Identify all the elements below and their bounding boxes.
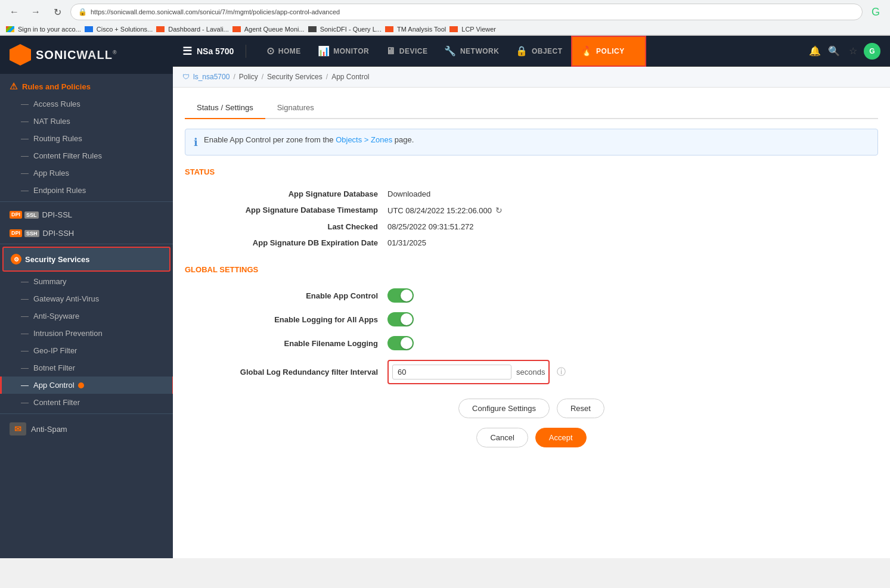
- sidebar-item-nat-rules[interactable]: — NAT Rules: [0, 113, 173, 130]
- info-suffix: page.: [395, 135, 414, 144]
- rules-policies-icon: ⚠: [10, 81, 17, 92]
- sidebar-item-anti-spyware[interactable]: — Anti-Spyware: [0, 307, 173, 325]
- profile-icon[interactable]: G: [867, 4, 884, 20]
- breadcrumb-device[interactable]: ls_nsa5700: [193, 73, 230, 81]
- ssl-badge: SSL: [24, 211, 39, 219]
- toggle-logging[interactable]: [387, 312, 414, 326]
- toggle-app-control[interactable]: [387, 288, 414, 303]
- sidebar-item-botnet-filter[interactable]: — Botnet Filter: [0, 359, 173, 377]
- security-services-icon: ⚙: [11, 254, 21, 265]
- app-control-badge: [78, 382, 84, 388]
- status-label-timestamp: App Signature Database Timestamp: [185, 206, 387, 215]
- anti-spam-icon: ✉: [10, 422, 26, 435]
- bookmark-dashboard[interactable]: Dashboard - Lavali...: [156, 26, 229, 33]
- sidebar-item-content-filter-rules[interactable]: — Content Filter Rules: [0, 147, 173, 164]
- status-table: App Signature Database Downloaded App Si…: [185, 186, 878, 251]
- sidebar-item-intrusion-prevention[interactable]: — Intrusion Prevention: [0, 325, 173, 342]
- bookmark-lcp[interactable]: LCP Viewer: [449, 26, 496, 33]
- tab-status-settings[interactable]: Status / Settings: [185, 97, 265, 119]
- info-message: Enable App Control per zone from the: [204, 135, 334, 144]
- dash-icon: —: [21, 117, 29, 126]
- sidebar-section-rules-policies[interactable]: ⚠ Rules and Policies: [0, 74, 173, 95]
- sidebar-item-geo-ip[interactable]: — Geo-IP Filter: [0, 342, 173, 359]
- sidebar-item-gateway-av[interactable]: — Gateway Anti-Virus: [0, 290, 173, 307]
- address-bar[interactable]: 🔒 https://sonicwall.demo.sonicwall.com/s…: [70, 4, 863, 20]
- app-control-label: App Control: [33, 381, 75, 390]
- logo-text: SONICWALL®: [36, 48, 117, 62]
- bookmark-ms[interactable]: Sign in to your acco...: [6, 26, 81, 33]
- content-filter-label: Content Filter: [33, 398, 80, 407]
- settings-row-interval: Global Log Redundancy filter Interval se…: [185, 355, 878, 389]
- toggle-knob-logging: [401, 313, 413, 325]
- status-label-last-checked: Last Checked: [185, 222, 387, 231]
- nav-monitor-label: MONITOR: [333, 47, 369, 55]
- tab-signatures[interactable]: Signatures: [265, 97, 326, 119]
- sidebar-item-access-rules[interactable]: — Access Rules: [0, 95, 173, 113]
- botnet-filter-label: Botnet Filter: [33, 363, 75, 372]
- interval-input[interactable]: [392, 365, 511, 379]
- dash-icon: —: [21, 169, 29, 178]
- sidebar-item-app-control[interactable]: — App Control: [0, 377, 173, 394]
- breadcrumb-app-control: App Control: [331, 73, 369, 81]
- dpi-ssl-label: DPI-SSL: [42, 210, 73, 219]
- refresh-icon[interactable]: ↻: [495, 206, 503, 215]
- bookmark-tm[interactable]: TM Analysis Tool: [385, 26, 446, 33]
- nav-device[interactable]: 🖥 DEVICE: [377, 36, 436, 67]
- sidebar: SONICWALL® ⚠ Rules and Policies — Access…: [0, 36, 173, 558]
- network-icon: 🔧: [444, 45, 457, 57]
- settings-label-filename-logging: Enable Filename Logging: [185, 339, 387, 348]
- sidebar-item-endpoint-rules[interactable]: — Endpoint Rules: [0, 182, 173, 199]
- configure-settings-button[interactable]: Configure Settings: [458, 399, 550, 418]
- sidebar-item-summary[interactable]: — Summary: [0, 273, 173, 290]
- status-value-timestamp: UTC 08/24/2022 15:22:06.000 ↻: [387, 206, 503, 215]
- sidebar-item-content-filter[interactable]: — Content Filter: [0, 394, 173, 411]
- status-label-expiry: App Signature DB Expiration Date: [185, 238, 387, 247]
- sidebar-section-security-services[interactable]: ⚙ Security Services: [2, 247, 170, 272]
- global-section-title: GLOBAL SETTINGS: [185, 265, 878, 274]
- device-selector[interactable]: ☰ NSa 5700: [182, 45, 246, 58]
- bookmark-agent[interactable]: Agent Queue Moni...: [232, 26, 305, 33]
- bookmark-cisco[interactable]: Cisco + Solutions...: [85, 26, 153, 33]
- user-avatar[interactable]: G: [864, 43, 880, 60]
- status-row-db: App Signature Database Downloaded: [185, 186, 878, 202]
- accept-button[interactable]: Accept: [535, 428, 587, 447]
- toggle-filename-logging[interactable]: [387, 336, 414, 350]
- nav-home[interactable]: ⊙ HOME: [258, 36, 309, 67]
- info-link[interactable]: Objects > Zones: [336, 135, 392, 144]
- bookmark-nav-icon[interactable]: ☆: [845, 43, 861, 60]
- sidebar-item-dpi-ssl[interactable]: DPI SSL DPI-SSL: [0, 204, 173, 225]
- forward-button[interactable]: →: [27, 4, 44, 20]
- sidebar-item-app-rules[interactable]: — App Rules: [0, 164, 173, 182]
- dash-icon: —: [21, 134, 29, 143]
- bookmarks-bar: Sign in to your acco... Cisco + Solution…: [0, 24, 890, 35]
- sidebar-item-routing-rules[interactable]: — Routing Rules: [0, 130, 173, 147]
- logo-wall: WALL: [76, 48, 113, 61]
- notifications-icon[interactable]: 🔔: [807, 43, 823, 60]
- nav-policy[interactable]: 🔥 POLICY: [571, 36, 646, 67]
- tab-signatures-label: Signatures: [277, 103, 314, 112]
- search-nav-icon[interactable]: 🔍: [826, 43, 842, 60]
- policy-icon: 🔥: [581, 45, 593, 57]
- nav-network[interactable]: 🔧 NETWORK: [436, 36, 507, 67]
- back-button[interactable]: ←: [6, 4, 23, 20]
- toggle-knob-filename-logging: [401, 337, 413, 349]
- cancel-button[interactable]: Cancel: [476, 428, 528, 447]
- nav-object[interactable]: 🔒 OBJECT: [507, 36, 570, 67]
- reload-button[interactable]: ↻: [49, 4, 66, 20]
- bookmark-sonicDFI[interactable]: SonicDFI - Query L...: [308, 26, 382, 33]
- info-circle-icon[interactable]: ⓘ: [557, 366, 566, 378]
- app-rules-label: App Rules: [33, 169, 69, 178]
- sidebar-logo: SONICWALL®: [0, 36, 173, 74]
- dash-icon: —: [21, 277, 29, 286]
- nav-monitor[interactable]: 📊 MONITOR: [309, 36, 377, 67]
- interval-unit: seconds: [516, 368, 545, 377]
- sidebar-item-anti-spam[interactable]: ✉ Anti-Spam: [0, 416, 173, 441]
- tab-status-settings-label: Status / Settings: [197, 103, 253, 112]
- sidebar-item-dpi-ssh[interactable]: DPI SSH DPI-SSH: [0, 225, 173, 241]
- breadcrumb-icon: 🛡: [182, 73, 190, 81]
- settings-control-filename-logging: [387, 336, 414, 350]
- object-icon: 🔒: [516, 45, 528, 57]
- settings-label-logging: Enable Logging for All Apps: [185, 315, 387, 324]
- reset-button[interactable]: Reset: [557, 399, 604, 418]
- toggle-knob-app-control: [401, 290, 413, 301]
